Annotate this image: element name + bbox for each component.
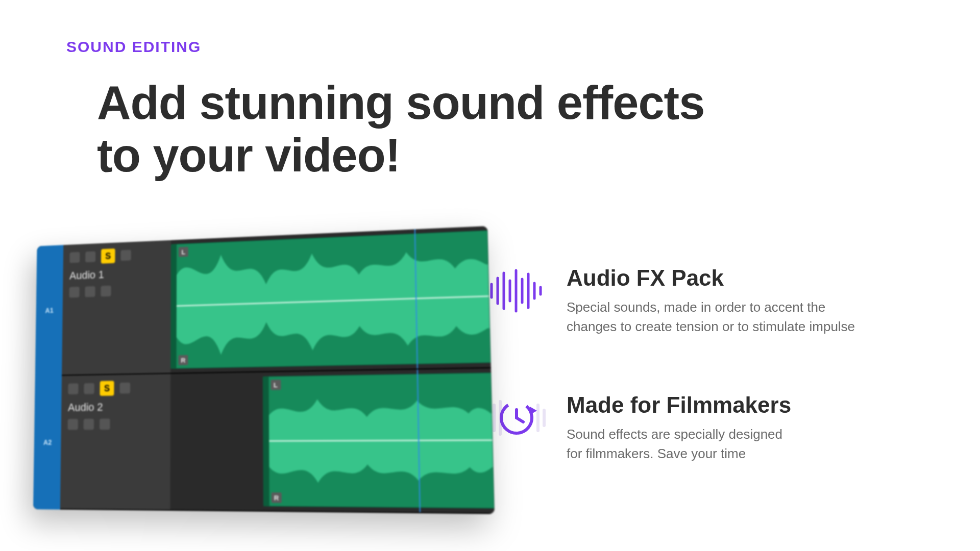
track-header: S Audio 1: [62, 240, 171, 375]
audio-editor-screenshot: A1 A2 S Audio 1 L R: [20, 235, 485, 510]
feature-desc: Special sounds, made in order to accent …: [567, 298, 855, 336]
feature-text: Audio FX Pack Special sounds, made in or…: [567, 265, 855, 336]
clock-refresh-icon: [485, 392, 546, 443]
feature-audio-fx: Audio FX Pack Special sounds, made in or…: [485, 265, 965, 336]
solo-button[interactable]: S: [100, 381, 114, 396]
svg-line-21: [269, 440, 493, 441]
feature-title: Audio FX Pack: [567, 265, 855, 291]
feature-list: Audio FX Pack Special sounds, made in or…: [485, 265, 965, 520]
channel-label-left: L: [271, 380, 281, 390]
svg-marker-15: [530, 407, 537, 415]
section-eyebrow: SOUND EDITING: [66, 38, 201, 56]
svg-line-17: [517, 418, 523, 422]
track-header: S Audio 2: [60, 374, 170, 510]
feature-desc: Sound effects are specially designed for…: [567, 425, 791, 463]
channel-label-right: R: [178, 355, 188, 365]
track-name: Audio 1: [69, 266, 164, 282]
feature-filmmakers: Made for Filmmakers Sound effects are sp…: [485, 392, 965, 463]
solo-button[interactable]: S: [101, 248, 115, 264]
page-title: Add stunning sound effects to your video…: [97, 77, 704, 182]
feature-text: Made for Filmmakers Sound effects are sp…: [567, 392, 791, 463]
channel-label-left: L: [179, 247, 188, 257]
track-name: Audio 2: [68, 400, 164, 414]
feature-title: Made for Filmmakers: [567, 392, 791, 418]
waveform-icon: [485, 265, 546, 316]
track-index-label: A2: [33, 376, 62, 510]
track-index-label: A1: [35, 245, 63, 376]
channel-label-right: R: [271, 492, 281, 503]
